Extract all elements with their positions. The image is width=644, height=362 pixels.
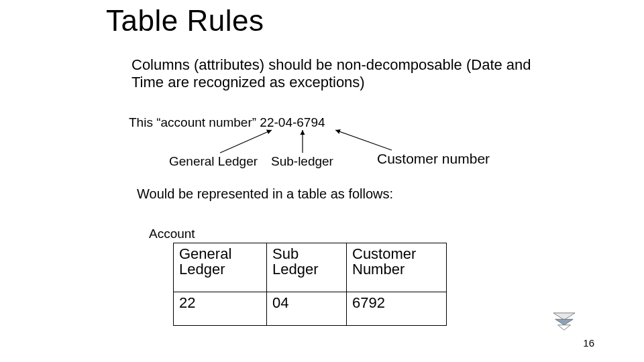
table-header-cell: CustomerNumber: [347, 243, 447, 292]
decorative-triangle-icon: [551, 311, 577, 334]
page-number: 16: [583, 337, 594, 349]
table-row: 22 04 6792: [174, 292, 447, 326]
table-caption: Account: [149, 227, 195, 241]
svg-marker-3: [553, 313, 575, 320]
table-cell: 04: [267, 292, 347, 326]
svg-marker-4: [555, 319, 573, 325]
table-header-cell: SubLedger: [267, 243, 347, 292]
label-customer-number: Customer number: [377, 151, 490, 167]
svg-line-0: [220, 130, 272, 153]
table-header-cell: GeneralLedger: [174, 243, 267, 292]
table-row: GeneralLedger SubLedger CustomerNumber: [174, 243, 447, 292]
label-sub-ledger: Sub-ledger: [271, 154, 333, 169]
account-table: GeneralLedger SubLedger CustomerNumber 2…: [173, 243, 447, 326]
follows-text: Would be represented in a table as follo…: [137, 186, 393, 202]
svg-line-2: [335, 130, 392, 150]
example-account-number: This “account number” 22-04-6794: [129, 115, 325, 130]
slide-title: Table Rules: [106, 4, 264, 38]
table-cell: 6792: [347, 292, 447, 326]
svg-marker-5: [558, 325, 571, 330]
body-paragraph: Columns (attributes) should be non-decom…: [131, 56, 547, 92]
table-cell: 22: [174, 292, 267, 326]
label-general-ledger: General Ledger: [169, 154, 258, 169]
